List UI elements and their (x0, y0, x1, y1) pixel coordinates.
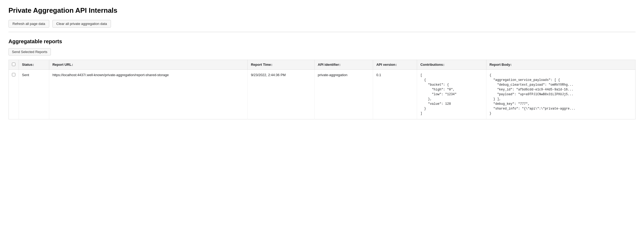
row-checkbox-cell (9, 70, 19, 119)
row-contributions: [ { "bucket": { "high": "0", "low": "123… (417, 70, 486, 119)
header-report-time: Report Time↕ (248, 60, 315, 70)
row-report-url: https://localhost:4437/.well-known/priva… (49, 70, 247, 119)
header-api-version: API version↕ (373, 60, 417, 70)
header-status: Status↕ (19, 60, 49, 70)
page-title: Private Aggregation API Internals (8, 6, 636, 15)
contributions-json: [ { "bucket": { "high": "0", "low": "123… (420, 73, 483, 116)
aggregatable-reports-title: Aggregatable reports (8, 38, 636, 45)
top-buttons-container: Refresh all page data Clear all private … (8, 20, 636, 28)
clear-button[interactable]: Clear all private aggregation data (52, 20, 111, 28)
header-report-body: Report Body↕ (486, 60, 635, 70)
table-body: Senthttps://localhost:4437/.well-known/p… (9, 70, 636, 119)
row-status: Sent (19, 70, 49, 119)
refresh-button[interactable]: Refresh all page data (8, 20, 49, 28)
header-report-url: Report URL↕ (49, 60, 247, 70)
header-contributions: Contributions↕ (417, 60, 486, 70)
send-selected-reports-button[interactable]: Send Selected Reports (8, 48, 51, 55)
select-all-checkbox[interactable] (12, 63, 15, 66)
row-report-time: 9/23/2022, 2:44:36 PM (248, 70, 315, 119)
header-checkbox-cell (9, 60, 19, 70)
report-body-json: { "aggregation_service_payloads": [ { "d… (490, 73, 632, 116)
row-checkbox[interactable] (12, 73, 15, 76)
header-api-identifier: API identifier↕ (315, 60, 373, 70)
row-api-identifier: private-aggregation (315, 70, 373, 119)
row-report-body: { "aggregation_service_payloads": [ { "d… (486, 70, 635, 119)
table-row: Senthttps://localhost:4437/.well-known/p… (9, 70, 636, 119)
row-api-version: 0.1 (373, 70, 417, 119)
section-divider (8, 32, 636, 32)
table-header-row: Status↕ Report URL↕ Report Time↕ API ide… (9, 60, 636, 70)
reports-table: Status↕ Report URL↕ Report Time↕ API ide… (8, 60, 636, 119)
